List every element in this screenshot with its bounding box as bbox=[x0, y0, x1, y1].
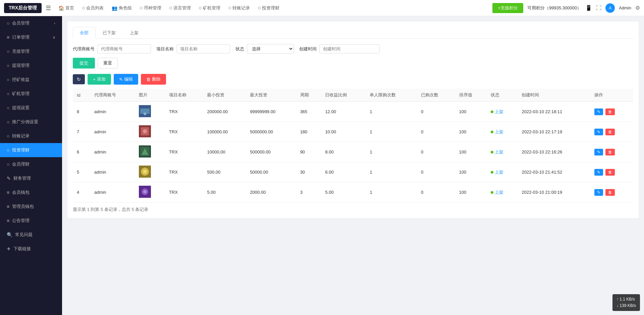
agent-input[interactable] bbox=[97, 44, 151, 53]
nav-coins[interactable]: 币种管理 bbox=[137, 0, 165, 16]
status-select[interactable]: 选择 上架 已下架 bbox=[247, 44, 294, 54]
row-edit-button[interactable]: ✎ bbox=[594, 129, 603, 135]
row-delete-button[interactable]: 🗑 bbox=[605, 169, 615, 176]
top-nav-right: +充值积分 可用积分（99935.300000） 📱 ⛶ A Admin ⚙ bbox=[492, 3, 640, 13]
cell-img bbox=[135, 142, 165, 162]
tab-delisted[interactable]: 已下架 bbox=[96, 27, 123, 39]
sidebar-item-transfer-records[interactable]: ○ 转账记录 bbox=[0, 129, 62, 143]
sidebar-item-withdraw-settings[interactable]: ○ 提现设置 bbox=[0, 101, 62, 115]
add-button[interactable]: + 添加 bbox=[88, 74, 111, 85]
pagination-info: 显示第 1 到第 5 条记录，总共 5 条记录 bbox=[73, 207, 633, 213]
sidebar-item-faq-label: 常见问题 bbox=[15, 232, 33, 238]
top-navigation: TRX后台管理 ☰ 🏠 首页 会员列表 👥 角色组 币种管理 语言管理 矿机管理… bbox=[0, 0, 644, 16]
row-image bbox=[139, 105, 151, 117]
sidebar-item-miner-mgmt[interactable]: ○ 矿机管理 bbox=[0, 87, 62, 101]
app-logo: TRX后台管理 bbox=[4, 3, 42, 13]
submit-button[interactable]: 提交 bbox=[73, 58, 95, 69]
cell-name: TRX bbox=[165, 102, 203, 122]
home-icon: 🏠 bbox=[58, 5, 64, 11]
sidebar-item-withdraw-mgmt-label: 提现管理 bbox=[12, 62, 30, 69]
nav-language[interactable]: 语言管理 bbox=[166, 0, 194, 16]
cell-purchased: 0 bbox=[417, 182, 455, 203]
status-dot-icon bbox=[491, 171, 493, 174]
edit-button[interactable]: ✎ 编辑 bbox=[114, 74, 138, 85]
nav-mining[interactable]: 矿机管理 bbox=[196, 0, 224, 16]
members-dot-icon bbox=[82, 7, 85, 9]
nav-members[interactable]: 会员列表 bbox=[79, 0, 107, 16]
announcement-icon: ≡ bbox=[7, 218, 9, 223]
nav-transfer[interactable]: 转账记录 bbox=[225, 0, 253, 16]
sidebar-item-recharge-mgmt[interactable]: ○ 充值管理 bbox=[0, 44, 62, 58]
withdraw-mgmt-icon: ○ bbox=[7, 63, 9, 68]
reset-button[interactable]: 重置 bbox=[98, 58, 118, 69]
nav-roles-label: 角色组 bbox=[119, 5, 132, 11]
recharge-button[interactable]: +充值积分 bbox=[492, 3, 523, 13]
status-dot-icon bbox=[491, 131, 493, 133]
status-label: 上架 bbox=[495, 149, 503, 155]
row-delete-button[interactable]: 🗑 bbox=[605, 149, 615, 155]
status-dot-icon bbox=[491, 151, 493, 153]
nav-home-label: 首页 bbox=[65, 5, 74, 11]
sidebar-item-member-finance[interactable]: ○ 会员理财 bbox=[0, 157, 62, 171]
nav-coins-label: 币种管理 bbox=[144, 5, 161, 11]
sidebar-item-mining-income[interactable]: ○ 挖矿收益 bbox=[0, 73, 62, 87]
tab-listed[interactable]: 上架 bbox=[123, 27, 146, 39]
cell-purchased: 0 bbox=[417, 102, 455, 122]
status-badge: 上架 bbox=[491, 109, 503, 115]
admin-label[interactable]: Admin bbox=[619, 5, 631, 10]
sidebar-item-announcement[interactable]: ≡ 公告管理 bbox=[0, 214, 62, 228]
row-edit-button[interactable]: ✎ bbox=[594, 169, 603, 176]
settings-icon[interactable]: ⚙ bbox=[635, 5, 640, 11]
sidebar-item-invest-finance[interactable]: ○ 投资理财 bbox=[0, 143, 62, 157]
nav-roles[interactable]: 👥 角色组 bbox=[108, 0, 135, 16]
agent-filter-label: 代理商账号 bbox=[73, 46, 95, 52]
cell-max-invest: 99999999.00 bbox=[246, 102, 296, 122]
row-delete-button[interactable]: 🗑 bbox=[605, 189, 615, 196]
order-mgmt-arrow-icon: ∨ bbox=[53, 35, 55, 40]
cell-daily-rate: 10.00 bbox=[321, 122, 366, 142]
sidebar-item-finance-mgmt-label: 财务管理 bbox=[13, 175, 31, 181]
main-content: 全部 已下架 上架 代理商账号 项目名称 状态 选择 上架 bbox=[62, 16, 644, 315]
refresh-button[interactable]: ↻ bbox=[73, 74, 85, 84]
row-edit-button[interactable]: ✎ bbox=[594, 108, 603, 115]
cell-sort: 100 bbox=[455, 182, 487, 203]
fullscreen-icon[interactable]: ⛶ bbox=[596, 5, 601, 11]
sidebar-item-admin-wallet[interactable]: ≡ 管理员钱包 bbox=[0, 199, 62, 214]
cell-operations: ✎ 🗑 bbox=[590, 102, 633, 122]
withdraw-settings-icon: ○ bbox=[7, 105, 9, 110]
sidebar-item-finance-mgmt[interactable]: ✎ 财务管理 bbox=[0, 171, 62, 185]
sidebar-item-recharge-mgmt-label: 充值管理 bbox=[12, 48, 30, 54]
avatar: A bbox=[605, 3, 615, 13]
cell-min-invest: 500.00 bbox=[203, 162, 246, 182]
create-time-label: 创建时间 bbox=[299, 46, 317, 52]
sidebar-item-order-mgmt[interactable]: ≡ 订单管理 ∨ bbox=[0, 30, 62, 44]
tab-all[interactable]: 全部 bbox=[73, 27, 96, 39]
sidebar-item-promotion-settings[interactable]: ○ 推广分佣设置 bbox=[0, 115, 62, 129]
delete-button[interactable]: 🗑 删除 bbox=[141, 74, 166, 85]
sidebar-item-withdraw-mgmt[interactable]: ○ 提现管理 bbox=[0, 58, 62, 73]
cell-min-invest: 10000.00 bbox=[203, 142, 246, 162]
sidebar-item-faq[interactable]: 🔍 常见问题 bbox=[0, 228, 62, 242]
sidebar-item-download-link[interactable]: ✈ 下载链接 bbox=[0, 242, 62, 256]
edit-label: 编辑 bbox=[124, 76, 133, 82]
nav-invest[interactable]: 投资理财 bbox=[255, 0, 283, 16]
row-delete-button[interactable]: 🗑 bbox=[605, 129, 615, 135]
row-edit-button[interactable]: ✎ bbox=[594, 189, 603, 196]
add-icon: + bbox=[93, 77, 96, 82]
cell-status: 上架 bbox=[487, 182, 518, 203]
row-edit-button[interactable]: ✎ bbox=[594, 149, 603, 155]
svg-point-10 bbox=[143, 170, 147, 174]
cell-sort: 100 bbox=[455, 122, 487, 142]
hamburger-icon[interactable]: ☰ bbox=[46, 4, 51, 12]
sidebar-item-member-wallet-label: 会员钱包 bbox=[12, 189, 30, 195]
sidebar-item-member-wallet[interactable]: ≡ 会员钱包 bbox=[0, 185, 62, 199]
row-delete-button[interactable]: 🗑 bbox=[605, 108, 615, 115]
nav-language-label: 语言管理 bbox=[173, 5, 191, 11]
create-time-input[interactable] bbox=[319, 44, 380, 53]
member-mgmt-icon: ○ bbox=[7, 20, 9, 26]
sidebar-item-member-mgmt[interactable]: ○ 会员管理 ‹ bbox=[0, 16, 62, 30]
project-input[interactable] bbox=[176, 44, 230, 53]
qr-icon[interactable]: 📱 bbox=[585, 5, 592, 11]
cell-max-invest: 50000.00 bbox=[246, 162, 296, 182]
nav-home[interactable]: 🏠 首页 bbox=[55, 0, 77, 16]
